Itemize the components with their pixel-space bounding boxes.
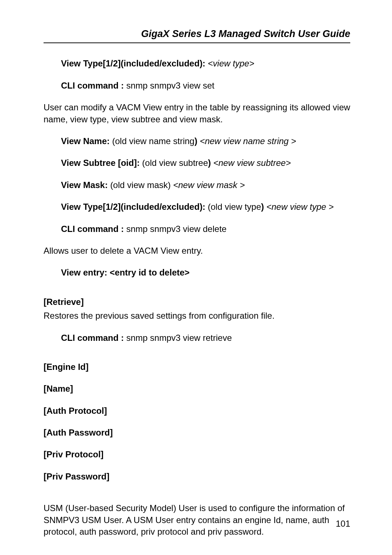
view-name-new: <new view name string > xyxy=(200,136,296,146)
cli-command-label: CLI command : xyxy=(61,333,124,343)
usm-description: USM (User-based Security Model) User is … xyxy=(44,502,350,538)
document-page: GigaX Series L3 Managed Switch User Guid… xyxy=(0,0,392,555)
modify-vacm-description: User can modify a VACM View entry in the… xyxy=(44,102,350,125)
cli-command-label: CLI command : xyxy=(61,81,124,90)
auth-protocol-heading: [Auth Protocol] xyxy=(44,405,350,417)
retrieve-description: Restores the previous saved settings fro… xyxy=(44,310,350,322)
view-subtree-new: <new view subtree> xyxy=(213,158,291,168)
view-entry-delete: View entry: <entry id to delete> xyxy=(61,267,350,278)
view-subtree-old: (old view subtree xyxy=(142,158,208,168)
cli-command-label: CLI command : xyxy=(61,224,124,234)
cli-command-set: CLI command : snmp snmpv3 view set xyxy=(61,80,350,91)
view-type-value: <view type> xyxy=(208,58,254,68)
engine-id-heading: [Engine Id] xyxy=(44,361,350,373)
auth-password-heading: [Auth Password] xyxy=(44,427,350,438)
cli-command-value: snmp snmpv3 view set xyxy=(124,81,214,90)
view-mask-new: <new view mask > xyxy=(173,180,245,190)
priv-password-heading: [Priv Password] xyxy=(44,471,350,482)
view-type2-label: View Type[1/2](included/excluded): xyxy=(61,202,208,212)
view-mask-old: (old view mask) xyxy=(110,180,173,190)
retrieve-heading: [Retrieve] xyxy=(44,296,350,308)
view-type-label: View Type[1/2](included/excluded): xyxy=(61,58,208,68)
view-subtree-close: ) xyxy=(208,158,213,168)
view-type-line: View Type[1/2](included/excluded): <view… xyxy=(61,58,350,69)
view-subtree-label: View Subtree [oid]: xyxy=(61,158,142,168)
view-type2-old: (old view type xyxy=(208,202,261,212)
cli-command-value: snmp snmpv3 view delete xyxy=(124,224,226,234)
page-number: 101 xyxy=(336,518,350,530)
view-type2-new: <new view type > xyxy=(266,202,334,212)
view-name-close: ) xyxy=(195,136,200,146)
priv-protocol-heading: [Priv Protocol] xyxy=(44,449,350,460)
view-name-old: (old view name string xyxy=(112,136,195,146)
cli-command-value: snmp snmpv3 view retrieve xyxy=(124,333,232,343)
view-subtree-line: View Subtree [oid]: (old view subtree) <… xyxy=(61,157,350,169)
page-header-title: GigaX Series L3 Managed Switch User Guid… xyxy=(44,27,350,43)
delete-vacm-description: Allows user to delete a VACM View entry. xyxy=(44,245,350,257)
cli-command-delete: CLI command : snmp snmpv3 view delete xyxy=(61,223,350,235)
name-heading: [Name] xyxy=(44,383,350,395)
view-name-label: View Name: xyxy=(61,136,112,146)
view-mask-line: View Mask: (old view mask) <new view mas… xyxy=(61,179,350,191)
cli-command-retrieve: CLI command : snmp snmpv3 view retrieve xyxy=(61,332,350,344)
view-name-line: View Name: (old view name string) <new v… xyxy=(61,135,350,147)
view-mask-label: View Mask: xyxy=(61,180,110,190)
view-type2-line: View Type[1/2](included/excluded): (old … xyxy=(61,201,350,213)
view-type2-close: ) xyxy=(261,202,266,212)
